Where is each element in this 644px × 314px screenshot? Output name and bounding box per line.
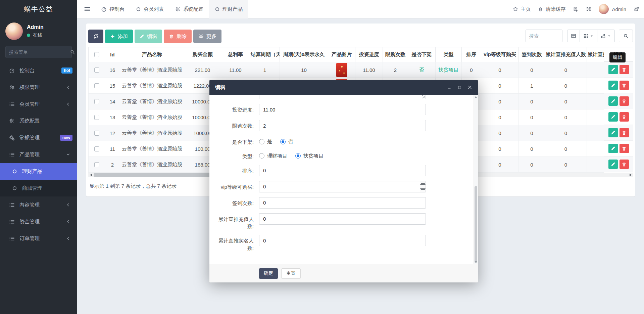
row-edit-button[interactable] — [608, 112, 618, 122]
table-toolbar: 添加 编辑 删除 更多 — [88, 30, 633, 47]
sidebar-search-input[interactable] — [9, 49, 70, 55]
minimize-icon[interactable] — [447, 85, 452, 90]
sidebar-nav: 控制台hot权限管理会员管理系统配置常规管理new产品管理理财产品商城管理内容管… — [0, 62, 77, 247]
sidebar-item-常规管理[interactable]: 常规管理new — [0, 129, 77, 146]
sidebar-item-系统配置[interactable]: 系统配置 — [0, 113, 77, 129]
row-delete-button[interactable] — [620, 81, 629, 90]
textarea-partial[interactable] — [259, 95, 426, 99]
sidebar-item-内容管理[interactable]: 内容管理 — [0, 196, 77, 213]
row-delete-button[interactable] — [620, 160, 629, 169]
row-edit-button[interactable] — [608, 96, 618, 106]
menu-toggle-icon[interactable] — [84, 6, 91, 12]
table-cell: 0 — [481, 78, 519, 94]
row-checkbox[interactable] — [94, 162, 99, 167]
radio-option-扶贫项目[interactable]: 扶贫项目 — [295, 150, 324, 159]
confirm-button[interactable]: 确定 — [259, 268, 278, 279]
row-checkbox[interactable] — [94, 115, 99, 120]
tab-会员列表[interactable]: 会员列表 — [130, 0, 169, 18]
row-delete-button[interactable] — [620, 65, 629, 74]
field-input-累计直推实名人数[interactable] — [259, 235, 426, 246]
sidebar-item-资金管理[interactable]: 资金管理 — [0, 213, 77, 230]
radio-dot — [295, 153, 301, 159]
sidebar-item-label: 会员管理 — [19, 101, 40, 107]
avatar-small — [599, 4, 609, 14]
row-checkbox[interactable] — [94, 99, 99, 104]
sidebar-item-会员管理[interactable]: 会员管理 — [0, 96, 77, 113]
radio-dot — [259, 139, 264, 144]
field-input-签到次数[interactable] — [259, 197, 426, 209]
maximize-icon[interactable] — [457, 85, 462, 90]
sidebar-item-产品管理[interactable]: 产品管理 — [0, 146, 77, 163]
field-input-累计直推充值人数[interactable] — [259, 213, 426, 225]
reset-button[interactable]: 重置 — [281, 268, 301, 279]
trash-icon — [538, 7, 543, 12]
row-delete-button[interactable] — [620, 128, 629, 137]
delete-button[interactable]: 删除 — [164, 30, 192, 43]
tab-控制台[interactable]: 控制台 — [95, 0, 130, 18]
table-cell: 否 — [408, 62, 436, 78]
row-checkbox[interactable] — [94, 146, 99, 151]
row-checkbox[interactable] — [94, 131, 99, 136]
field-input-vip等级可购买[interactable] — [259, 181, 426, 192]
number-stepper[interactable] — [420, 181, 426, 192]
settings-gears-icon[interactable] — [634, 6, 639, 12]
export-button[interactable] — [597, 30, 615, 42]
column-header: 是否下架 — [408, 47, 436, 62]
search-button[interactable] — [619, 30, 633, 42]
field-input-限购次数[interactable] — [259, 120, 426, 131]
table-search-input[interactable] — [526, 30, 562, 42]
table-cell: 12 — [105, 125, 120, 141]
radio-option-否[interactable]: 否 — [280, 136, 293, 145]
column-header: Id — [105, 47, 120, 62]
user-menu[interactable]: Admin — [599, 4, 626, 14]
field-input-投资进度[interactable] — [259, 104, 426, 115]
row-delete-button[interactable] — [620, 112, 629, 122]
field-input-排序[interactable] — [259, 165, 426, 176]
sidebar-item-订单管理[interactable]: 订单管理 — [0, 230, 77, 247]
radio-option-是[interactable]: 是 — [259, 136, 272, 145]
fullscreen-icon[interactable] — [586, 6, 591, 12]
scroll-right-arrow[interactable] — [628, 173, 633, 177]
list-icon — [7, 219, 16, 225]
form-row: 排序: — [216, 165, 478, 176]
table-cell: 2 — [105, 157, 120, 173]
row-checkbox[interactable] — [94, 68, 99, 73]
more-button[interactable]: 更多 — [193, 30, 221, 43]
column-header: 累计直推充值人数 — [545, 47, 587, 62]
modal-scrollbar-thumb[interactable] — [475, 186, 477, 263]
tab-理财产品[interactable]: 理财产品 — [209, 0, 248, 18]
user-status-label: 在线 — [33, 32, 42, 38]
add-button[interactable]: 添加 — [105, 30, 133, 43]
sidebar-item-控制台[interactable]: 控制台hot — [0, 62, 77, 79]
sidebar-item-权限管理[interactable]: 权限管理 — [0, 79, 77, 96]
home-link[interactable]: 主页 — [513, 6, 531, 12]
row-edit-button[interactable] — [608, 144, 618, 153]
field-label: vip等级可购买: — [216, 181, 254, 192]
row-edit-button[interactable] — [608, 65, 618, 74]
refresh-button[interactable] — [88, 30, 103, 43]
sidebar-item-商城管理[interactable]: 商城管理 — [0, 180, 77, 196]
row-delete-button[interactable] — [620, 144, 629, 153]
tab-系统配置[interactable]: 系统配置 — [169, 0, 209, 18]
search-icon — [70, 49, 75, 55]
select-all-checkbox[interactable] — [94, 52, 99, 57]
row-checkbox[interactable] — [94, 83, 99, 88]
scroll-left-arrow[interactable] — [88, 173, 93, 177]
close-icon[interactable] — [467, 85, 472, 90]
table-cell: 0 — [519, 62, 545, 78]
detail-view-button[interactable] — [567, 30, 580, 42]
table-cell: 11.00 — [355, 62, 383, 78]
row-edit-button[interactable] — [608, 81, 618, 90]
row-edit-button[interactable] — [608, 128, 618, 137]
clear-cache-link[interactable]: 清除缓存 — [538, 6, 565, 12]
edit-button[interactable]: 编辑 — [135, 30, 162, 43]
table-cell: 0 — [481, 157, 519, 173]
columns-button[interactable] — [580, 30, 597, 42]
sidebar-item-理财产品[interactable]: 理财产品 — [0, 163, 77, 180]
row-delete-button[interactable] — [620, 96, 629, 106]
row-edit-button[interactable] — [608, 160, 618, 169]
radio-option-理财项目[interactable]: 理财项目 — [259, 150, 287, 159]
modal-window-controls — [447, 85, 472, 90]
refresh-page-icon[interactable] — [573, 6, 579, 12]
row-select-cell — [89, 125, 105, 141]
